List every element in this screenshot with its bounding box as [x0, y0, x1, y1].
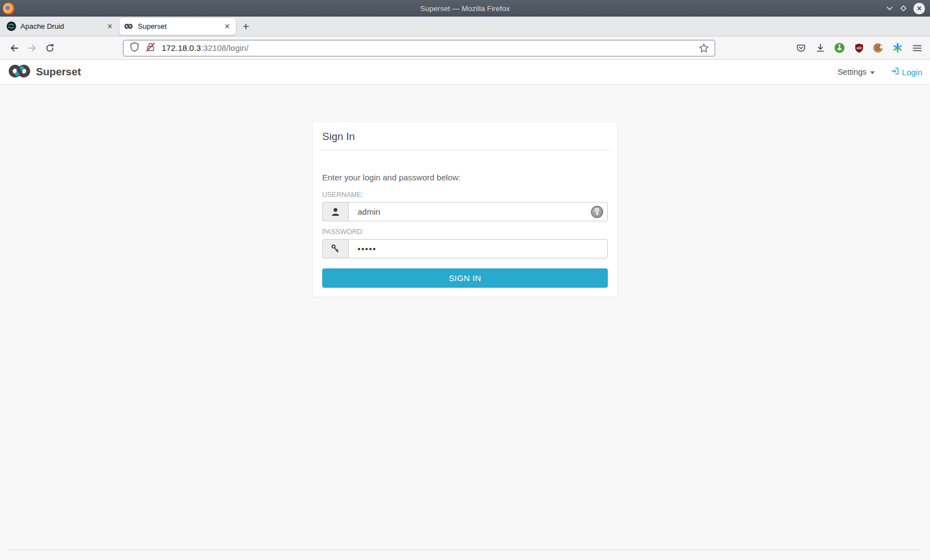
footer-divider: [8, 549, 922, 550]
tab-label: Superset: [138, 22, 223, 30]
user-icon: [322, 202, 348, 221]
url-host: 172.18.0.3: [162, 43, 201, 53]
firefox-logo-icon: [3, 3, 14, 14]
password-group: [322, 239, 608, 258]
sign-in-arrow-icon: [890, 66, 900, 77]
sign-in-instructions: Enter your login and password below:: [322, 173, 608, 182]
sign-in-title: Sign In: [313, 122, 617, 150]
tab-label: Apache Druid: [20, 22, 106, 30]
url-path: :32108/login/: [201, 43, 249, 53]
page-content: Sign In Enter your login and password be…: [0, 85, 930, 560]
reload-icon[interactable]: [41, 40, 59, 56]
bookmark-star-icon[interactable]: [699, 43, 709, 53]
close-window-icon[interactable]: ×: [913, 3, 925, 14]
back-icon[interactable]: [6, 40, 23, 56]
chevron-down-icon: [870, 71, 875, 74]
new-tab-button[interactable]: +: [236, 20, 255, 32]
asterisk-extension-icon[interactable]: [892, 42, 903, 54]
username-label: USERNAME:: [322, 191, 608, 199]
settings-label: Settings: [838, 68, 866, 76]
settings-menu[interactable]: Settings: [838, 68, 875, 76]
superset-logo-icon: [8, 64, 32, 81]
maximize-icon[interactable]: [900, 4, 907, 12]
menu-hamburger-icon[interactable]: [911, 42, 923, 54]
toolbar-extensions: uO: [795, 42, 924, 54]
sign-in-card: Sign In Enter your login and password be…: [312, 121, 618, 297]
url-text: 172.18.0.3:32108/login/: [162, 43, 249, 53]
username-group: [322, 202, 608, 221]
key-icon: [322, 239, 348, 258]
forward-icon[interactable]: [23, 40, 41, 56]
username-input[interactable]: [348, 202, 608, 221]
window-controls: ×: [886, 3, 930, 14]
superset-favicon-icon: [124, 22, 133, 31]
titlebar: Superset — Mozilla Firefox ×: [0, 0, 930, 17]
pocket-icon[interactable]: [795, 42, 807, 54]
tab-bar: Apache Druid × Superset × +: [0, 17, 930, 37]
navbar-right: Settings Login: [838, 66, 922, 77]
sign-in-form: Enter your login and password below: USE…: [313, 151, 617, 297]
login-label: Login: [902, 68, 922, 77]
login-link[interactable]: Login: [890, 66, 922, 77]
window-title: Superset — Mozilla Firefox: [0, 4, 930, 13]
svg-text:uO: uO: [856, 46, 861, 50]
password-input[interactable]: [348, 239, 608, 258]
password-label: PASSWORD:: [322, 228, 608, 236]
tracking-protection-shield-icon[interactable]: [129, 42, 140, 55]
druid-favicon-icon: [7, 22, 16, 31]
url-bar[interactable]: 172.18.0.3:32108/login/: [123, 40, 715, 56]
keepassxc-key-icon[interactable]: [591, 205, 603, 218]
browser-toolbar: 172.18.0.3:32108/login/: [0, 37, 930, 60]
close-tab-icon[interactable]: ×: [223, 22, 231, 31]
brand-name: Superset: [36, 66, 81, 78]
minimize-icon[interactable]: [886, 4, 893, 12]
sign-in-button[interactable]: SIGN IN: [322, 268, 608, 288]
downloads-icon[interactable]: [814, 42, 826, 54]
ublock-origin-icon[interactable]: uO: [853, 42, 865, 54]
tab-superset[interactable]: Superset ×: [120, 18, 236, 35]
insecure-connection-lock-icon[interactable]: [145, 42, 156, 55]
tab-apache-druid[interactable]: Apache Druid ×: [2, 18, 118, 35]
firefox-window: Superset — Mozilla Firefox × Apache Drui…: [0, 0, 930, 560]
privacy-extension-icon[interactable]: [834, 42, 845, 54]
superset-brand[interactable]: Superset: [8, 64, 81, 81]
superset-navbar: Superset Settings Login: [0, 60, 930, 85]
cookie-extension-icon[interactable]: [872, 42, 884, 54]
close-tab-icon[interactable]: ×: [106, 22, 114, 31]
